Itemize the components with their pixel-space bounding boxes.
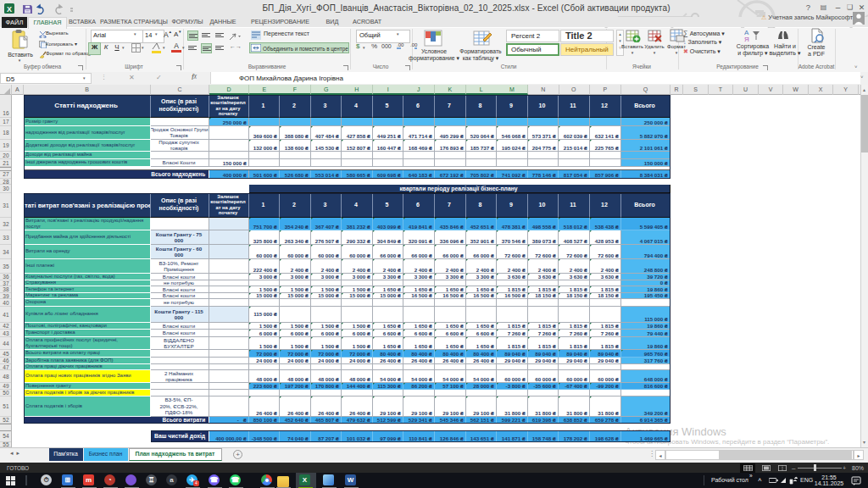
svg-text:Я: Я xyxy=(744,36,749,42)
